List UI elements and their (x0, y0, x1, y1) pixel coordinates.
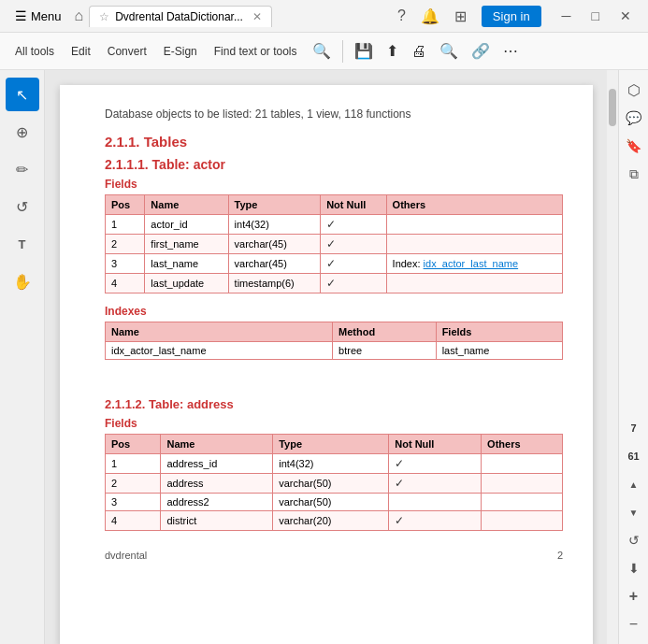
upload-button[interactable]: ⬆ (381, 38, 404, 64)
help-button[interactable]: ? (390, 4, 413, 28)
search-button[interactable]: 🔍 (307, 38, 337, 64)
notification-button[interactable]: 🔔 (413, 4, 447, 29)
addr-col-type-header: Type (273, 435, 389, 454)
table-row: 1 actor_id int4(32) ✓ (106, 215, 563, 235)
subsection-2-1-1-1-heading: 2.1.1.1. Table: actor (105, 157, 563, 172)
all-tools-button[interactable]: All tools (7, 41, 62, 62)
link-tool-button[interactable]: ↺ (6, 190, 39, 223)
subsection-2-1-1-2-heading: 2.1.1.2. Table: address (105, 397, 563, 411)
esign-button[interactable]: E-Sign (156, 41, 205, 62)
footer-left: dvdrental (105, 550, 147, 561)
more-button[interactable]: ⋯ (497, 38, 524, 64)
tab-star-icon: ☆ (99, 10, 109, 23)
menu-label: Menu (31, 9, 62, 23)
table-row: 1 address_id int4(32) ✓ (106, 454, 563, 474)
hamburger-icon: ☰ (15, 8, 27, 23)
col-notnull-header: Not Null (321, 195, 386, 215)
spacer (105, 371, 563, 386)
table-row: 4 last_update timestamp(6) ✓ (106, 274, 563, 293)
addr-col-pos-header: Pos (106, 435, 161, 454)
index-link[interactable]: idx_actor_last_name (424, 258, 519, 269)
print-button[interactable]: 🖨 (406, 39, 432, 64)
section-2-1-1-heading: 2.1.1. Tables (105, 134, 563, 150)
home-button[interactable]: ⌂ (69, 4, 90, 28)
share-button[interactable]: 🔗 (466, 38, 496, 64)
restore-button[interactable]: □ (583, 5, 609, 27)
tab-title: Dvdrental DataDictionar... (115, 10, 243, 23)
content-area: Database objects to be listed: 21 tables… (45, 70, 648, 644)
footer-right: 2 (557, 550, 563, 561)
tab-close-button[interactable]: ✕ (252, 10, 262, 23)
info-bar: Database objects to be listed: 21 tables… (105, 107, 563, 121)
page-footer: dvdrental 2 (105, 546, 563, 561)
right-tool-1[interactable]: ⬡ (622, 78, 646, 102)
refresh-button[interactable]: ↺ (622, 528, 646, 552)
main-layout: ↖ ⊕ ✏ ↺ T ✋ Database objects to be liste… (0, 70, 648, 644)
table-row: idx_actor_last_name btree last_name (106, 342, 563, 360)
titlebar: ☰ Menu ⌂ ☆ Dvdrental DataDictionar... ✕ … (0, 0, 648, 33)
table-row: 2 address varchar(50) ✓ (106, 474, 563, 494)
pdf-scroll[interactable]: Database objects to be listed: 21 tables… (45, 70, 607, 644)
menu-button[interactable]: ☰ Menu (7, 5, 69, 27)
scrollbar[interactable] (607, 70, 618, 644)
scrollbar-thumb[interactable] (609, 89, 616, 126)
fields-label-2: Fields (105, 417, 563, 430)
indexes-label: Indexes (105, 305, 563, 318)
hand-tool-button[interactable]: ✋ (6, 265, 39, 298)
text-tool-button[interactable]: T (6, 227, 39, 261)
table-row: 2 first_name varchar(45) ✓ (106, 235, 563, 254)
download-button[interactable]: ⬇ (622, 556, 646, 580)
save-button[interactable]: 💾 (349, 38, 379, 64)
fields-label-1: Fields (105, 178, 563, 191)
right-sidebar: ⬡ 💬 🔖 ⧉ 7 61 ▲ ▼ ↺ ⬇ + − (618, 70, 648, 644)
actor-indexes-table: Name Method Fields idx_actor_last_name b… (105, 322, 563, 360)
zoom-out-button[interactable]: − (622, 612, 646, 637)
search2-button[interactable]: 🔍 (434, 38, 464, 64)
edit-button[interactable]: Edit (64, 41, 98, 62)
address-fields-table: Pos Name Type Not Null Others 1 address_… (105, 434, 563, 531)
minimize-button[interactable]: ─ (553, 5, 581, 27)
col-name-header: Name (145, 195, 228, 215)
signin-button[interactable]: Sign in (482, 6, 541, 27)
idx-col-method-header: Method (333, 322, 437, 342)
table-row: 4 district varchar(20) ✓ (106, 511, 563, 531)
select-tool-button[interactable]: ↖ (6, 78, 39, 111)
table-row: 3 address2 varchar(50) (106, 494, 563, 511)
idx-col-name-header: Name (106, 322, 333, 342)
right-tool-2[interactable]: 💬 (622, 106, 646, 130)
addr-col-name-header: Name (161, 435, 273, 454)
col-pos-header: Pos (106, 195, 145, 215)
addr-col-notnull-header: Not Null (389, 435, 482, 454)
table-row: 3 last_name varchar(45) ✓ Index: idx_act… (106, 254, 563, 274)
addr-col-others-header: Others (482, 435, 563, 454)
page-number: 7 (626, 416, 640, 440)
window-controls: ─ □ ✕ (553, 5, 641, 27)
pdf-page: Database objects to be listed: 21 tables… (60, 85, 593, 644)
page-down-button[interactable]: ▼ (622, 500, 646, 524)
pen-tool-button[interactable]: ✏ (6, 152, 39, 186)
col-type-header: Type (228, 195, 321, 215)
right-tool-3[interactable]: 🔖 (622, 134, 646, 158)
apps-button[interactable]: ⊞ (447, 4, 474, 29)
convert-button[interactable]: Convert (100, 41, 154, 62)
zoom-in-button[interactable]: + (622, 584, 646, 608)
browser-tab[interactable]: ☆ Dvdrental DataDictionar... ✕ (89, 6, 272, 27)
col-others-header: Others (386, 195, 562, 215)
add-tool-button[interactable]: ⊕ (6, 115, 39, 149)
right-tool-4[interactable]: ⧉ (622, 162, 646, 186)
toolbar: All tools Edit Convert E-Sign Find text … (0, 33, 648, 70)
page-count: 61 (624, 444, 642, 468)
toolbar-separator (342, 40, 343, 63)
actor-fields-table: Pos Name Type Not Null Others 1 actor_id… (105, 194, 563, 293)
left-sidebar: ↖ ⊕ ✏ ↺ T ✋ (0, 70, 45, 644)
find-tools-button[interactable]: Find text or tools (207, 41, 305, 62)
close-button[interactable]: ✕ (611, 5, 641, 27)
page-up-button[interactable]: ▲ (622, 472, 646, 496)
idx-col-fields-header: Fields (436, 322, 562, 342)
